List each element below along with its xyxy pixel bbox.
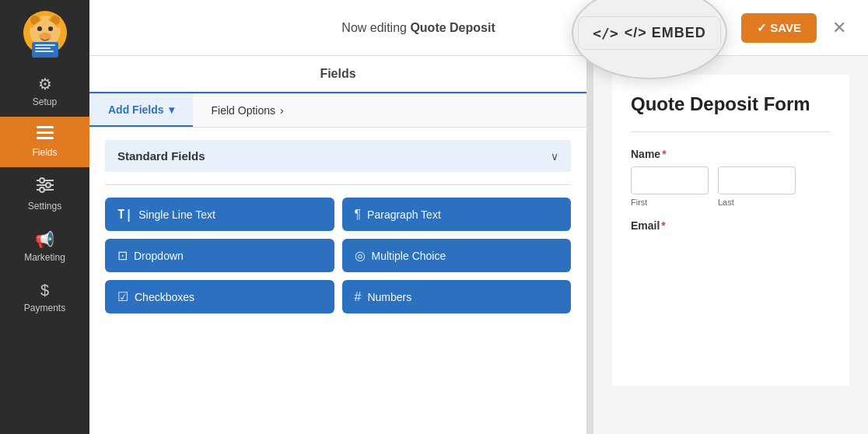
field-btn-checkboxes-label: Checkboxes bbox=[135, 291, 194, 303]
first-name-wrap: First bbox=[631, 166, 709, 207]
sub-tabs: Add Fields ▾ Field Options › bbox=[89, 94, 586, 128]
field-btn-paragraph-text-label: Paragraph Text bbox=[367, 208, 441, 221]
field-btn-single-line-text[interactable]: T| Single Line Text bbox=[105, 198, 334, 231]
fields-body: Standard Fields ∨ T| Single Line Text ¶ … bbox=[89, 128, 586, 434]
payments-icon: $ bbox=[40, 282, 49, 299]
field-btn-checkboxes[interactable]: ☑ Checkboxes bbox=[105, 280, 334, 313]
first-label: First bbox=[631, 198, 709, 207]
email-required: * bbox=[661, 219, 665, 232]
last-name-wrap: Last bbox=[718, 166, 796, 207]
tab-field-options-icon: › bbox=[280, 104, 284, 117]
close-button[interactable]: ✕ bbox=[826, 15, 852, 41]
email-field-group: Email* bbox=[631, 219, 831, 232]
svg-point-8 bbox=[48, 26, 53, 31]
checkboxes-icon: ☑ bbox=[117, 289, 128, 304]
sidebar-item-settings-label: Settings bbox=[28, 201, 61, 212]
svg-rect-13 bbox=[35, 51, 54, 52]
field-btn-dropdown-label: Dropdown bbox=[134, 250, 184, 262]
single-line-text-icon: T| bbox=[117, 207, 132, 222]
editing-prefix: Now editing bbox=[341, 21, 410, 34]
name-required: * bbox=[662, 148, 666, 160]
last-name-input[interactable] bbox=[718, 166, 796, 194]
topbar: Now editing Quote Deposit </> </> EMBED … bbox=[89, 0, 868, 56]
fields-tab-bar: Fields bbox=[89, 56, 586, 94]
svg-rect-16 bbox=[37, 137, 54, 139]
sidebar-item-settings[interactable]: Settings bbox=[0, 167, 89, 221]
field-btn-multiple-choice-label: Multiple Choice bbox=[372, 250, 446, 262]
paragraph-text-icon: ¶ bbox=[355, 208, 362, 222]
numbers-icon: # bbox=[355, 290, 362, 304]
svg-point-7 bbox=[37, 26, 42, 31]
field-btn-numbers-label: Numbers bbox=[367, 291, 411, 303]
field-buttons-grid: T| Single Line Text ¶ Paragraph Text ⊡ D… bbox=[105, 198, 571, 313]
standard-fields-section[interactable]: Standard Fields ∨ bbox=[105, 140, 571, 172]
marketing-icon: 📢 bbox=[35, 230, 54, 249]
tab-add-fields-icon: ▾ bbox=[169, 103, 174, 116]
last-label: Last bbox=[718, 198, 796, 207]
main-area: Now editing Quote Deposit </> </> EMBED … bbox=[89, 0, 868, 434]
svg-rect-11 bbox=[35, 44, 55, 46]
form-name: Quote Deposit bbox=[410, 21, 495, 34]
email-label: Email* bbox=[631, 219, 831, 232]
field-btn-paragraph-text[interactable]: ¶ Paragraph Text bbox=[342, 198, 572, 231]
scrollbar[interactable] bbox=[587, 56, 593, 434]
field-btn-multiple-choice[interactable]: ◎ Multiple Choice bbox=[342, 239, 572, 272]
app-logo bbox=[18, 8, 72, 62]
field-btn-dropdown[interactable]: ⊡ Dropdown bbox=[105, 239, 334, 272]
content-area: Fields Add Fields ▾ Field Options › Stan… bbox=[89, 56, 868, 434]
form-title: Quote Deposit Form bbox=[631, 93, 831, 116]
svg-point-20 bbox=[40, 178, 44, 183]
form-preview: Quote Deposit Form Name* First Last bbox=[612, 75, 849, 386]
field-btn-numbers[interactable]: # Numbers bbox=[342, 280, 572, 313]
multiple-choice-icon: ◎ bbox=[355, 248, 366, 263]
section-divider bbox=[105, 184, 571, 185]
name-label: Name* bbox=[631, 148, 831, 160]
fields-tab-header: Fields bbox=[89, 56, 586, 93]
form-divider bbox=[631, 131, 831, 132]
field-btn-single-line-text-label: Single Line Text bbox=[138, 208, 215, 221]
dropdown-icon: ⊡ bbox=[117, 248, 128, 263]
svg-point-21 bbox=[46, 183, 51, 187]
sidebar-item-fields-label: Fields bbox=[32, 147, 57, 158]
embed-label: </> EMBED bbox=[625, 25, 706, 41]
tab-add-fields-label: Add Fields bbox=[108, 103, 164, 116]
section-title: Standard Fields bbox=[117, 149, 205, 163]
embed-button-featured[interactable]: </> </> EMBED bbox=[578, 16, 721, 50]
svg-rect-15 bbox=[37, 131, 54, 134]
sidebar-item-payments[interactable]: $ Payments bbox=[0, 272, 89, 323]
sidebar-item-marketing-label: Marketing bbox=[24, 252, 65, 263]
svg-point-9 bbox=[39, 33, 51, 40]
settings-icon bbox=[37, 177, 54, 198]
preview-panel: Quote Deposit Form Name* First Last bbox=[593, 56, 868, 434]
tab-field-options[interactable]: Field Options › bbox=[193, 94, 303, 127]
sidebar-item-setup[interactable]: ⚙ Setup bbox=[0, 65, 89, 117]
save-button[interactable]: ✓ SAVE bbox=[741, 13, 817, 43]
fields-panel: Fields Add Fields ▾ Field Options › Stan… bbox=[89, 56, 587, 434]
fields-icon bbox=[37, 126, 54, 144]
section-chevron-icon: ∨ bbox=[551, 150, 558, 163]
sidebar-item-marketing[interactable]: 📢 Marketing bbox=[0, 221, 89, 272]
tab-field-options-label: Field Options bbox=[212, 104, 275, 117]
sidebar-item-payments-label: Payments bbox=[24, 303, 65, 313]
sidebar: ⚙ Setup Fields Settings 📢 Market bbox=[0, 0, 89, 434]
first-name-input[interactable] bbox=[631, 166, 709, 194]
name-field-group: Name* First Last bbox=[631, 148, 831, 207]
embed-code-icon: </> bbox=[593, 25, 618, 41]
sidebar-item-fields[interactable]: Fields bbox=[0, 117, 89, 167]
tab-add-fields[interactable]: Add Fields ▾ bbox=[89, 94, 193, 127]
name-inputs: First Last bbox=[631, 166, 831, 207]
svg-rect-12 bbox=[35, 47, 51, 49]
sidebar-item-setup-label: Setup bbox=[33, 96, 57, 107]
svg-point-22 bbox=[40, 187, 44, 192]
setup-icon: ⚙ bbox=[38, 75, 52, 93]
svg-rect-14 bbox=[37, 126, 54, 128]
